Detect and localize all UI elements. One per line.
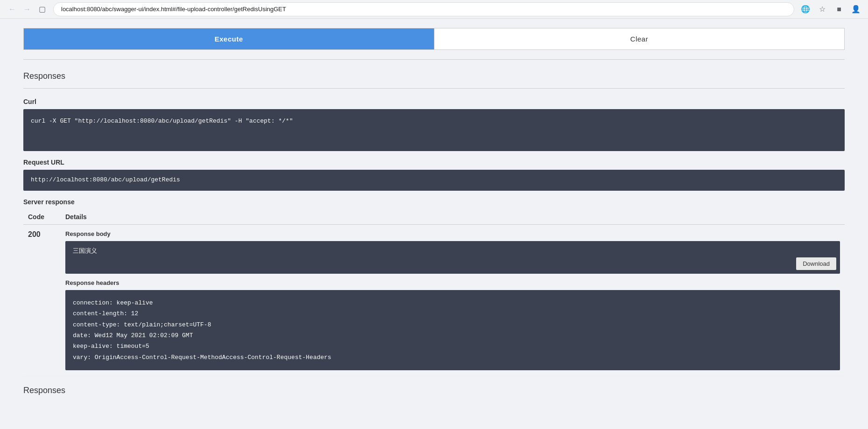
request-url-block: http://localhost:8080/abc/upload/getRedi… <box>23 170 845 191</box>
header-line-1: connection: keep-alive <box>73 298 833 308</box>
url-text: localhost:8080/abc/swagger-ui/index.html… <box>61 6 286 13</box>
forward-button[interactable]: → <box>21 3 34 16</box>
profile-icon[interactable]: 👤 <box>849 3 862 16</box>
reload-button[interactable]: ▢ <box>35 3 49 16</box>
extensions-icon[interactable]: ■ <box>833 3 846 16</box>
divider-top <box>23 59 845 60</box>
response-table: Code Details 200 Response body 三国演义 Down… <box>23 209 845 376</box>
download-button[interactable]: Download <box>796 257 836 270</box>
request-url-value: http://localhost:8080/abc/upload/getRedi… <box>31 176 180 183</box>
back-button[interactable]: ← <box>6 3 19 16</box>
responses-footer-label: Responses <box>23 386 845 400</box>
header-line-5: keep-alive: timeout=5 <box>73 341 833 352</box>
responses-heading: Responses <box>23 69 845 81</box>
request-url-label: Request URL <box>23 159 845 166</box>
response-details-cell: Response body 三国演义 Download Response hea… <box>61 224 845 376</box>
response-body-block: 三国演义 Download <box>65 241 840 274</box>
nav-buttons: ← → ▢ <box>6 3 49 16</box>
header-line-4: date: Wed12 May 2021 02:02:09 GMT <box>73 330 833 341</box>
execute-button[interactable]: Execute <box>24 28 434 49</box>
action-buttons: Execute Clear <box>23 28 845 50</box>
divider-responses <box>23 88 845 89</box>
response-headers-label: Response headers <box>65 279 840 286</box>
server-response-label: Server response <box>23 198 845 206</box>
header-line-2: content-length: 12 <box>73 308 833 319</box>
table-row: 200 Response body 三国演义 Download Response… <box>23 224 845 376</box>
header-line-6: vary: OriginAccess-Control-Request-Metho… <box>73 352 833 363</box>
response-headers-block: connection: keep-alive content-length: 1… <box>65 290 840 370</box>
header-line-3: content-type: text/plain;charset=UTF-8 <box>73 319 833 330</box>
translate-icon[interactable]: 🌐 <box>799 3 812 16</box>
address-bar[interactable]: localhost:8080/abc/swagger-ui/index.html… <box>53 2 794 16</box>
response-body-label: Response body <box>65 230 840 237</box>
toolbar-icons: 🌐 ☆ ■ 👤 <box>799 3 862 16</box>
response-code: 200 <box>23 224 61 376</box>
page-content: Execute Clear Responses Curl curl -X GET… <box>0 19 868 429</box>
col-header-details: Details <box>61 209 845 225</box>
curl-label: Curl <box>23 98 845 105</box>
browser-chrome: ← → ▢ localhost:8080/abc/swagger-ui/inde… <box>0 0 868 19</box>
col-header-code: Code <box>23 209 61 225</box>
curl-code-block: curl -X GET "http://localhost:8080/abc/u… <box>23 109 845 151</box>
curl-code: curl -X GET "http://localhost:8080/abc/u… <box>31 118 293 125</box>
clear-button[interactable]: Clear <box>434 28 845 49</box>
response-body-content: 三国演义 <box>73 248 97 255</box>
bookmark-icon[interactable]: ☆ <box>816 3 829 16</box>
